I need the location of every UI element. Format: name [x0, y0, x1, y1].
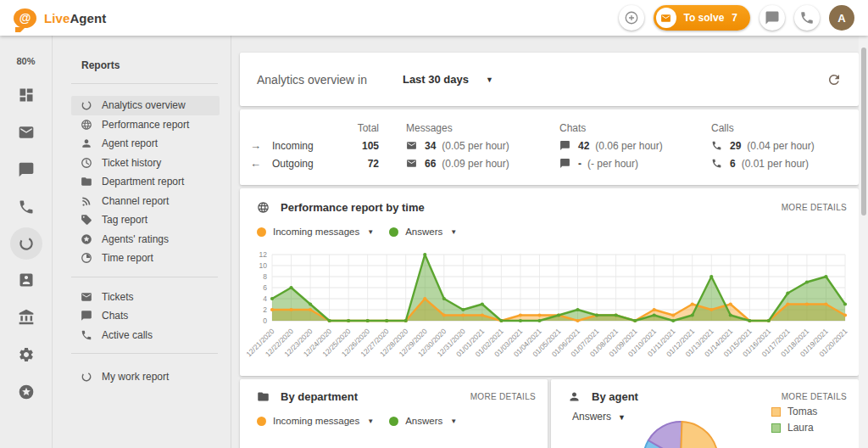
rss-icon — [81, 195, 92, 207]
arrow-left-icon: ← — [250, 157, 272, 170]
phone-icon — [799, 10, 815, 25]
scrollbar-thumb[interactable] — [861, 48, 866, 216]
sidebar-item-tag-report[interactable]: Tag report — [71, 210, 220, 230]
customers-icon[interactable] — [18, 272, 35, 288]
legend-label: Laura — [787, 422, 814, 434]
sidebar-item-performance-report[interactable]: Performance report — [71, 115, 220, 135]
incoming-total: 105 — [343, 140, 379, 152]
incoming-messages: 34(0.05 per hour) — [379, 138, 559, 152]
plus-icon — [624, 10, 639, 25]
incoming-calls: 29(0.04 per hour) — [711, 138, 859, 152]
sidebar-item-channel-report[interactable]: Channel report — [71, 192, 220, 211]
sidebar-item-active-calls[interactable]: Active calls — [71, 326, 220, 345]
to-solve-label: To solve — [684, 12, 725, 24]
sidebar-item-department-report[interactable]: Department report — [71, 172, 220, 192]
brand-live: Live — [44, 11, 70, 25]
chat-icon — [559, 158, 570, 169]
envelope-icon — [406, 140, 417, 151]
page-title: Analytics overview in — [257, 73, 367, 87]
sidebar-item-label: Analytics overview — [102, 99, 186, 111]
globe-icon — [257, 201, 270, 214]
chart-legend: Incoming messages ▼ Answers ▼ — [240, 214, 859, 237]
legend-label: Answers — [405, 227, 442, 237]
chevron-down-icon[interactable]: ▼ — [450, 228, 457, 236]
sidebar-item-label: Channel report — [102, 195, 169, 207]
top-bar: @ LiveAgent To solve 7 A — [0, 0, 868, 36]
more-details-link[interactable]: MORE DETAILS — [470, 392, 536, 401]
arrow-right-icon: → — [250, 139, 272, 152]
incoming-legend-dot — [257, 417, 266, 426]
avatar[interactable]: A — [829, 5, 854, 31]
sidebar-item-label: Agents' ratings — [102, 233, 169, 245]
time-pie-icon — [81, 252, 92, 264]
panel-title: By department — [281, 390, 358, 403]
sidebar-item-agent-report[interactable]: Agent report — [71, 134, 220, 154]
sidebar-item-agents-ratings[interactable]: Agents' ratings — [71, 230, 220, 249]
date-range-select[interactable]: Last 30 days — [403, 73, 469, 86]
folder-icon — [257, 390, 270, 403]
liveagent-logo: @ LiveAgent — [14, 8, 106, 28]
chats-button[interactable] — [760, 5, 785, 31]
sidebar-item-tickets[interactable]: Tickets — [71, 288, 220, 307]
sidebar-title: Reports — [53, 36, 231, 71]
dashboard-icon[interactable] — [18, 87, 35, 104]
brand-agent: Agent — [70, 11, 106, 25]
sidebar-item-chats[interactable]: Chats — [71, 306, 220, 326]
tomas-swatch — [771, 407, 781, 417]
calls-icon[interactable] — [18, 199, 35, 216]
history-icon — [81, 157, 92, 169]
sidebar-item-label: Tag report — [102, 214, 147, 226]
incoming-chats: 42(0.06 per hour) — [559, 138, 711, 152]
more-details-link[interactable]: MORE DETAILS — [782, 392, 847, 401]
totals-card: Total Messages Chats Calls → Incoming 10… — [240, 109, 859, 185]
phone-icon — [711, 140, 722, 151]
panel-title: Performance report by time — [281, 201, 425, 214]
reports-rail-item-selected[interactable] — [10, 227, 42, 260]
chevron-down-icon[interactable]: ▼ — [367, 417, 374, 425]
loader-icon — [81, 371, 92, 383]
by-department-card: By department MORE DETAILS Incoming mess… — [240, 379, 548, 448]
to-solve-count: 7 — [732, 12, 737, 24]
col-header-total: Total — [343, 122, 379, 134]
tag-icon — [81, 214, 92, 226]
to-solve-button[interactable]: To solve 7 — [654, 5, 750, 31]
svg-text:0: 0 — [263, 316, 267, 325]
agent-pie-chart — [609, 417, 753, 448]
tickets-icon[interactable] — [18, 124, 35, 141]
sidebar-item-analytics-overview[interactable]: Analytics overview — [71, 96, 220, 115]
sidebar-item-label: Department report — [102, 176, 184, 188]
chevron-down-icon[interactable]: ▼ — [450, 417, 457, 425]
add-button[interactable] — [619, 5, 644, 31]
legend-label: Tomas — [787, 406, 817, 417]
col-header-chats: Chats — [559, 122, 711, 134]
calls-button[interactable] — [794, 5, 820, 31]
refresh-icon[interactable] — [826, 72, 842, 87]
legend-item-laura: Laura — [771, 422, 817, 434]
star-circle-icon — [81, 233, 92, 245]
ratings-icon[interactable] — [18, 384, 35, 400]
sidebar-item-label: Performance report — [102, 119, 189, 131]
reports-sidebar: Reports Analytics overview Performance r… — [53, 36, 231, 448]
settings-icon[interactable] — [18, 346, 35, 363]
outgoing-chats: -(- per hour) — [559, 156, 711, 170]
sidebar-item-time-report[interactable]: Time report — [71, 249, 220, 268]
outgoing-calls: 6(0.01 per hour) — [711, 156, 859, 170]
overview-header-card: Analytics overview in Last 30 days ▼ — [240, 53, 859, 106]
person-icon — [81, 137, 92, 149]
more-details-link[interactable]: MORE DETAILS — [782, 203, 847, 212]
outgoing-total: 72 — [343, 158, 379, 170]
chevron-down-icon[interactable]: ▼ — [367, 228, 374, 236]
company-icon[interactable] — [18, 309, 35, 326]
laura-swatch — [771, 423, 781, 433]
panel-title: By agent — [592, 390, 638, 403]
chats-icon[interactable] — [18, 161, 35, 178]
chevron-down-icon[interactable]: ▼ — [486, 76, 493, 84]
sidebar-item-label: Active calls — [102, 329, 153, 341]
sidebar-item-my-work-report[interactable]: My work report — [71, 367, 220, 387]
divider — [71, 353, 218, 354]
envelope-icon — [406, 158, 417, 169]
sidebar-item-label: Chats — [102, 310, 128, 322]
agent-legend: Tomas Laura — [771, 406, 817, 438]
sidebar-item-ticket-history[interactable]: Ticket history — [71, 154, 220, 173]
legend-label: Answers — [405, 416, 442, 426]
